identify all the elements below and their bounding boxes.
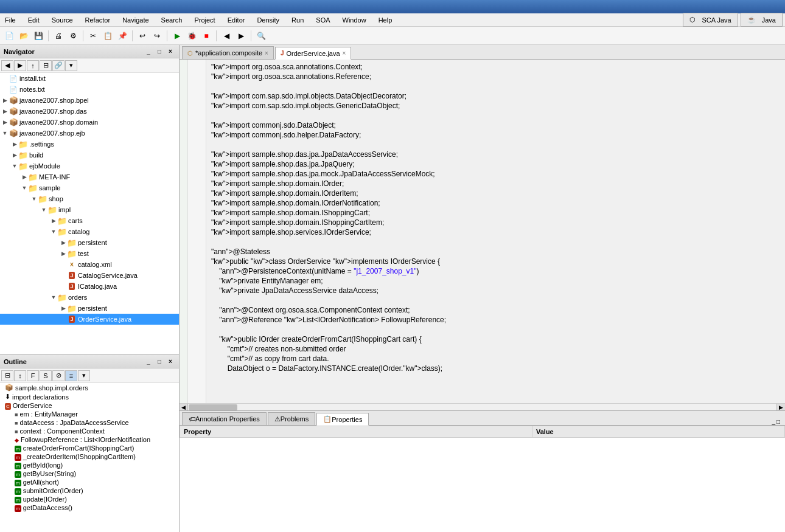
undo-button[interactable]: ↩ xyxy=(136,29,149,43)
tree-item[interactable]: ▶📁carts xyxy=(0,215,179,226)
tree-item[interactable]: Xcatalog.xml xyxy=(0,259,179,270)
outline-hide-static-btn[interactable]: S xyxy=(40,370,52,381)
tab-java-close[interactable]: × xyxy=(343,50,346,57)
scroll-thumb-h[interactable] xyxy=(189,404,237,410)
outline-item[interactable]: 📦sample.shop.impl.orders xyxy=(0,383,179,392)
tree-toggle[interactable]: ▶ xyxy=(11,140,18,148)
tree-item[interactable]: ▶📁build xyxy=(0,150,179,161)
bottom-minimize[interactable]: _ xyxy=(772,418,775,425)
tree-item[interactable]: ▶📦javaone2007.shop.bpel xyxy=(0,95,179,106)
menu-file[interactable]: File xyxy=(2,15,18,25)
forward-button[interactable]: ▶ xyxy=(234,29,248,43)
outline-item[interactable]: mgetByUser(String) xyxy=(0,469,179,478)
menu-edit[interactable]: Edit xyxy=(26,15,42,25)
outline-menu-btn[interactable]: ▾ xyxy=(78,370,90,381)
scroll-left[interactable]: ◀ xyxy=(180,404,188,410)
tree-toggle[interactable]: ▶ xyxy=(11,151,18,159)
outline-item[interactable]: mgetAll(short) xyxy=(0,478,179,486)
run-button[interactable]: ▶ xyxy=(170,29,184,43)
outline-sync-btn[interactable]: ≡ xyxy=(65,370,77,381)
nav-forward-btn[interactable]: ▶ xyxy=(14,60,26,71)
redo-button[interactable]: ↪ xyxy=(150,29,164,43)
paste-button[interactable]: 📌 xyxy=(116,29,129,43)
debug-button[interactable]: 🐞 xyxy=(185,29,198,43)
outline-maximize[interactable]: □ xyxy=(155,357,164,367)
tree-item[interactable]: JICatalog.java xyxy=(0,281,179,292)
outline-hide-fields-btn[interactable]: F xyxy=(27,370,39,381)
print-button[interactable]: 🖨 xyxy=(52,29,65,43)
outline-item[interactable]: mcreateOrderFromCart(IShoppingCart) xyxy=(0,444,179,452)
save-button[interactable]: 💾 xyxy=(32,29,45,43)
tree-item[interactable]: ▼📁catalog xyxy=(0,226,179,237)
outline-item[interactable]: ◆FollowupReference : List<IOrderNotifica… xyxy=(0,435,179,444)
tree-item[interactable]: ▶📁persistent xyxy=(0,303,179,314)
outline-item[interactable]: m_createOrderItem(IShoppingCartItem) xyxy=(0,452,179,461)
tree-item[interactable]: ▼📁impl xyxy=(0,204,179,215)
tree-toggle[interactable]: ▼ xyxy=(50,228,57,235)
tree-toggle[interactable]: ▶ xyxy=(1,97,9,104)
tab-composite-close[interactable]: × xyxy=(265,50,268,57)
tree-toggle[interactable]: ▼ xyxy=(40,206,47,213)
outline-item[interactable]: ■context : ComponentContext xyxy=(0,427,179,435)
outline-collapse-btn[interactable]: ⊟ xyxy=(1,370,13,381)
tree-toggle[interactable]: ▼ xyxy=(30,195,38,202)
outline-close[interactable]: × xyxy=(166,357,175,367)
tab-orderservice-java[interactable]: J OrderService.java × xyxy=(275,47,351,60)
cut-button[interactable]: ✂ xyxy=(86,29,100,43)
tree-toggle[interactable]: ▶ xyxy=(60,239,67,246)
tree-item[interactable]: ▶📦javaone2007.shop.domain xyxy=(0,117,179,128)
nav-up-btn[interactable]: ↑ xyxy=(27,60,39,71)
tree-item[interactable]: ▼📦javaone2007.shop.ejb xyxy=(0,128,179,139)
copy-button[interactable]: 📋 xyxy=(101,29,114,43)
menu-search[interactable]: Search xyxy=(159,15,185,25)
new-button[interactable]: 📄 xyxy=(2,29,16,43)
menu-window[interactable]: Window xyxy=(340,15,369,25)
outline-minimize[interactable]: _ xyxy=(144,357,153,367)
perspective-java[interactable]: ☕ Java xyxy=(741,13,783,27)
tree-toggle[interactable]: ▶ xyxy=(50,217,57,224)
back-button[interactable]: ◀ xyxy=(220,29,233,43)
tree-item[interactable]: JCatalogService.java xyxy=(0,270,179,281)
tab-problems[interactable]: ⚠ Problems xyxy=(268,412,315,425)
tab-application-composite[interactable]: ⬡ *application.composite × xyxy=(182,46,274,59)
navigator-minimize[interactable]: _ xyxy=(144,47,153,57)
tree-toggle[interactable]: ▶ xyxy=(60,305,67,312)
outline-hide-nonpublic-btn[interactable]: ⊘ xyxy=(52,370,65,381)
outline-item[interactable]: msubmitOrder(IOrder) xyxy=(0,486,179,495)
menu-project[interactable]: Project xyxy=(192,15,217,25)
tree-toggle[interactable]: ▶ xyxy=(21,173,28,181)
menu-editor[interactable]: Editor xyxy=(225,15,248,25)
tree-item[interactable]: ▶📁test xyxy=(0,248,179,259)
horizontal-scrollbar[interactable]: ◀ ▶ xyxy=(180,403,785,410)
tree-toggle[interactable]: ▼ xyxy=(1,130,9,137)
nav-back-btn[interactable]: ◀ xyxy=(1,60,13,71)
tree-toggle[interactable]: ▼ xyxy=(21,184,28,192)
nav-link-btn[interactable]: 🔗 xyxy=(52,60,65,71)
tree-item[interactable]: ▶📁META-INF xyxy=(0,171,179,182)
tree-item[interactable]: JOrderService.java xyxy=(0,314,179,325)
tree-item[interactable]: 📄install.txt xyxy=(0,73,179,84)
outline-item[interactable]: ⬇import declarations xyxy=(0,392,179,401)
tree-toggle[interactable]: ▶ xyxy=(60,250,67,257)
outline-item[interactable]: COrderService xyxy=(0,401,179,410)
outline-item[interactable]: ■dataAccess : JpaDataAccessService xyxy=(0,418,179,427)
stop-button[interactable]: ■ xyxy=(200,29,213,43)
outline-item[interactable]: mupdate(IOrder) xyxy=(0,495,179,503)
tree-item[interactable]: ▼📁orders xyxy=(0,292,179,303)
navigator-close[interactable]: × xyxy=(166,47,175,57)
tree-toggle[interactable]: ▶ xyxy=(1,108,9,115)
tree-item[interactable]: ▼📁sample xyxy=(0,182,179,193)
menu-run[interactable]: Run xyxy=(289,15,306,25)
outline-item[interactable]: ■em : EntityManager xyxy=(0,410,179,418)
nav-menu-btn[interactable]: ▾ xyxy=(65,60,77,71)
outline-item[interactable]: mgetById(long) xyxy=(0,461,179,469)
tab-properties[interactable]: 📋 Properties xyxy=(316,413,369,426)
open-button[interactable]: 📂 xyxy=(17,29,30,43)
outline-sort-btn[interactable]: ↕ xyxy=(14,370,26,381)
search-button[interactable]: 🔍 xyxy=(254,29,268,43)
menu-soa[interactable]: SOA xyxy=(313,15,332,25)
tree-item[interactable]: ▼📁shop xyxy=(0,193,179,204)
code-content[interactable]: "kw">import org.osoa.sca.annotations.Con… xyxy=(206,60,785,403)
properties-button[interactable]: ⚙ xyxy=(66,29,80,43)
tree-item[interactable]: ▶📁.settings xyxy=(0,139,179,150)
